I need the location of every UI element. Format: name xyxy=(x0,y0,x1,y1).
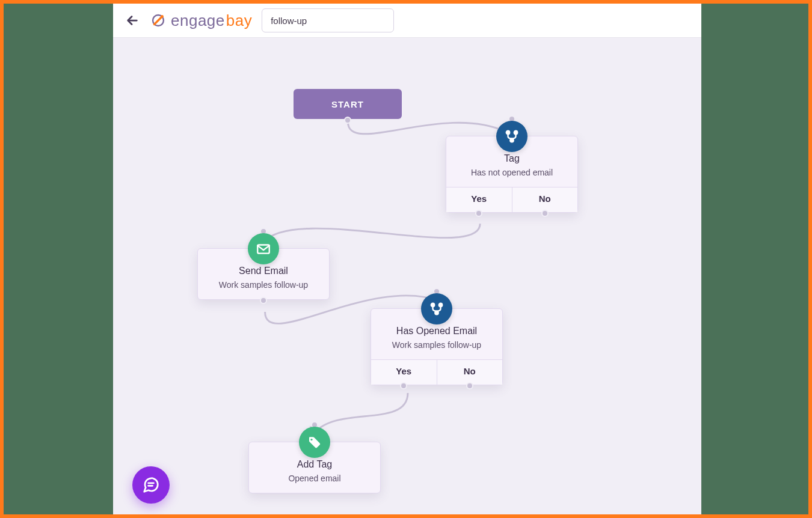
node-subtitle: Has not opened email xyxy=(446,168,577,187)
branch-icon xyxy=(421,293,452,325)
branch-no[interactable]: No xyxy=(437,360,503,385)
start-label: START xyxy=(331,99,364,109)
logo: engagebay xyxy=(150,11,252,30)
envelope-icon xyxy=(248,233,279,264)
outer-frame: engagebay START xyxy=(4,4,808,514)
branch-no-label: No xyxy=(539,193,551,204)
branch-yes[interactable]: Yes xyxy=(446,187,512,212)
branch-yes[interactable]: Yes xyxy=(371,360,437,385)
connector-dot[interactable] xyxy=(260,297,267,304)
topbar: engagebay xyxy=(113,4,701,38)
workflow-canvas[interactable]: START Tag Has not opened email Yes N xyxy=(113,38,701,514)
back-button[interactable] xyxy=(124,12,141,29)
svg-point-7 xyxy=(506,131,509,134)
workflow-name-input[interactable] xyxy=(262,8,394,32)
logo-text-engage: engage xyxy=(171,11,225,30)
app-window: engagebay START xyxy=(113,4,701,514)
logo-mark-icon xyxy=(150,13,166,28)
logo-text-bay: bay xyxy=(226,11,252,30)
chat-fab[interactable] xyxy=(132,466,170,504)
svg-point-11 xyxy=(431,303,434,306)
connector-dot[interactable] xyxy=(541,210,549,217)
svg-point-8 xyxy=(514,131,517,134)
add-tag-node[interactable]: Add Tag Opened email xyxy=(248,442,381,493)
send-email-node[interactable]: Send Email Work samples follow-up xyxy=(197,248,330,300)
node-subtitle: Opened email xyxy=(249,474,380,493)
svg-point-2 xyxy=(161,15,164,18)
branch-no-label: No xyxy=(464,366,476,376)
svg-point-14 xyxy=(310,439,312,440)
connector-dot[interactable] xyxy=(400,382,407,389)
branch-no[interactable]: No xyxy=(512,187,578,212)
branch-row: Yes No xyxy=(371,359,502,385)
tag-condition-node[interactable]: Tag Has not opened email Yes No xyxy=(446,136,578,213)
has-opened-email-node[interactable]: Has Opened Email Work samples follow-up … xyxy=(371,308,503,385)
start-node[interactable]: START xyxy=(294,89,402,119)
arrow-left-icon xyxy=(126,14,139,27)
node-subtitle: Work samples follow-up xyxy=(371,340,502,359)
branch-row: Yes No xyxy=(446,187,577,212)
connector-dot[interactable] xyxy=(344,117,351,124)
connector-dot[interactable] xyxy=(466,382,473,389)
connector-dot[interactable] xyxy=(475,210,482,217)
svg-point-12 xyxy=(439,303,442,306)
chat-icon xyxy=(142,476,160,494)
tag-icon xyxy=(299,427,330,458)
branch-icon xyxy=(496,121,527,152)
branch-yes-label: Yes xyxy=(471,193,487,204)
branch-yes-label: Yes xyxy=(396,366,411,376)
